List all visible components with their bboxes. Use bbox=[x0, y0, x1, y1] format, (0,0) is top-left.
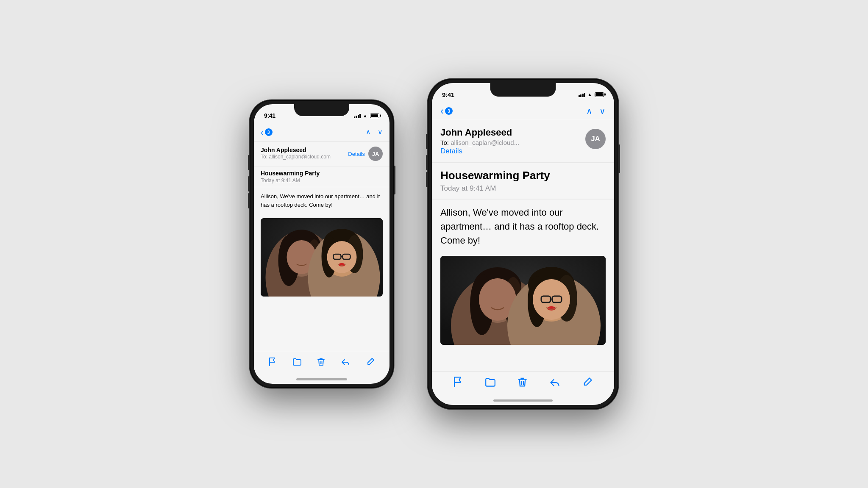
email-body-text-small: Allison, We've moved into our apartment…… bbox=[261, 192, 383, 209]
scene: 9:41 ▲ bbox=[0, 0, 868, 488]
subject-row-large: Housewarming Party Today at 9:41 AM bbox=[432, 163, 614, 199]
email-body-text-large: Allison, We've moved into our apartment…… bbox=[440, 205, 606, 247]
battery-icon-large bbox=[595, 92, 604, 97]
subject-row-small: Housewarming Party Today at 9:41 AM bbox=[254, 166, 389, 187]
compose-button-small[interactable] bbox=[366, 358, 375, 366]
email-content-small: John Appleseed To: allison_caplan@icloud… bbox=[254, 141, 389, 384]
nav-arrows-small: ∧ ∨ bbox=[366, 128, 383, 136]
home-indicator-small bbox=[296, 378, 347, 380]
phone-small-screen: 9:41 ▲ bbox=[254, 104, 389, 384]
nav-up-button-large[interactable]: ∧ bbox=[586, 106, 593, 116]
nav-badge-large: 3 bbox=[445, 107, 453, 115]
reply-button-small[interactable] bbox=[341, 358, 350, 366]
email-body-small: Allison, We've moved into our apartment…… bbox=[254, 187, 389, 214]
subject-title-small: Housewarming Party bbox=[261, 170, 383, 177]
folder-button-large[interactable] bbox=[485, 377, 495, 387]
photo-placeholder-small bbox=[261, 218, 383, 297]
to-label: To: bbox=[440, 139, 451, 146]
sender-row-small: John Appleseed To: allison_caplan@icloud… bbox=[254, 141, 389, 166]
nav-down-button-large[interactable]: ∨ bbox=[599, 106, 606, 116]
sender-row-large: John Appleseed To: allison_caplan@icloud… bbox=[432, 120, 614, 163]
sender-right-small: Details JA bbox=[348, 147, 383, 161]
email-body-large: Allison, We've moved into our apartment…… bbox=[432, 200, 614, 253]
trash-button-small[interactable] bbox=[317, 358, 325, 366]
wifi-icon-small: ▲ bbox=[363, 113, 367, 118]
details-link-large[interactable]: Details bbox=[440, 147, 519, 155]
signal-icon-large bbox=[579, 92, 586, 97]
status-time-large: 9:41 bbox=[442, 91, 454, 98]
details-link-small[interactable]: Details bbox=[348, 151, 365, 157]
nav-up-button-small[interactable]: ∧ bbox=[366, 128, 371, 136]
toolbar-large bbox=[432, 371, 614, 392]
battery-icon-small bbox=[370, 114, 379, 118]
flag-button-small[interactable] bbox=[269, 358, 276, 366]
nav-down-button-small[interactable]: ∨ bbox=[378, 128, 383, 136]
nav-bar-large: ‹ 3 ∧ ∨ bbox=[432, 102, 614, 120]
sender-to-small: To: allison_caplan@icloud.com bbox=[261, 154, 331, 160]
subject-title-large: Housewarming Party bbox=[440, 169, 606, 182]
nav-back-small[interactable]: ‹ 3 bbox=[261, 128, 273, 136]
trash-button-large[interactable] bbox=[518, 377, 527, 387]
nav-back-large[interactable]: ‹ 3 bbox=[440, 106, 453, 116]
email-photo-large bbox=[440, 256, 606, 345]
folder-button-small[interactable] bbox=[293, 358, 301, 366]
toolbar-small bbox=[254, 351, 389, 372]
compose-button-large[interactable] bbox=[582, 377, 593, 387]
email-content-large: John Appleseed To: allison_caplan@icloud… bbox=[432, 120, 614, 405]
email-photo-small bbox=[261, 218, 383, 297]
reply-button-large[interactable] bbox=[550, 377, 560, 387]
wifi-icon-large: ▲ bbox=[587, 92, 592, 97]
flag-button-large[interactable] bbox=[453, 377, 463, 387]
home-indicator-large bbox=[493, 399, 553, 402]
phone-small: 9:41 ▲ bbox=[250, 100, 394, 388]
sender-name-small: John Appleseed bbox=[261, 147, 331, 153]
sender-name-large: John Appleseed bbox=[440, 127, 519, 138]
notch-small bbox=[294, 104, 349, 116]
signal-icon-small bbox=[354, 113, 361, 118]
notch-large bbox=[490, 83, 556, 97]
phone-large-screen: 9:41 ▲ bbox=[432, 83, 614, 405]
avatar-large: JA bbox=[585, 129, 606, 149]
status-icons-small: ▲ bbox=[354, 113, 379, 118]
status-time-small: 9:41 bbox=[264, 112, 275, 119]
sender-to-large: To: allison_caplan@icloud... bbox=[440, 139, 519, 146]
back-arrow-icon-large: ‹ bbox=[440, 106, 444, 116]
nav-badge-small: 3 bbox=[265, 128, 273, 136]
photo-placeholder-large bbox=[440, 256, 606, 345]
sender-info-large: John Appleseed To: allison_caplan@icloud… bbox=[440, 127, 519, 155]
sender-info-small: John Appleseed To: allison_caplan@icloud… bbox=[261, 147, 331, 160]
back-arrow-icon-small: ‹ bbox=[261, 128, 264, 136]
to-value: allison_caplan@icloud... bbox=[451, 139, 519, 146]
status-icons-large: ▲ bbox=[579, 92, 604, 97]
avatar-small: JA bbox=[368, 147, 383, 161]
subject-date-small: Today at 9:41 AM bbox=[261, 177, 383, 183]
subject-date-large: Today at 9:41 AM bbox=[440, 184, 606, 193]
nav-arrows-large: ∧ ∨ bbox=[586, 106, 606, 116]
nav-bar-small: ‹ 3 ∧ ∨ bbox=[254, 123, 389, 141]
phone-large: 9:41 ▲ bbox=[428, 79, 618, 409]
